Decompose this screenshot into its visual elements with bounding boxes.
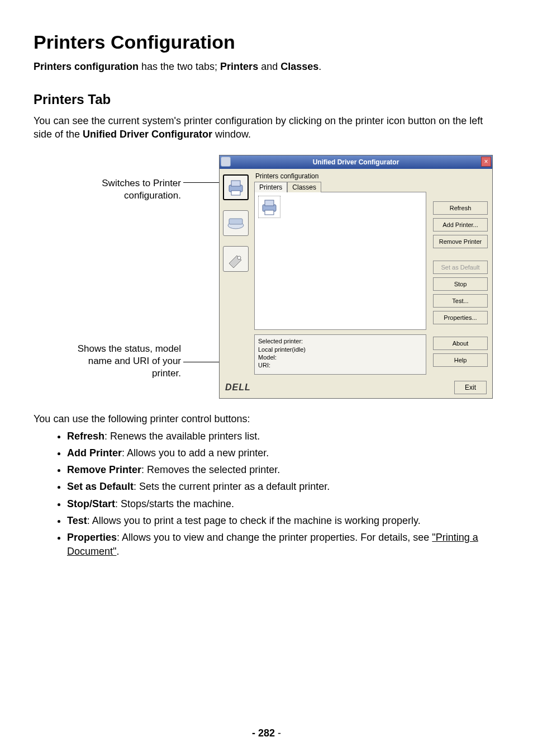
list-item: Properties: Allows you to view and chang… [67, 531, 499, 558]
sidebar-scanners-button[interactable] [223, 210, 249, 236]
list-item: Stop/Start: Stops/starts the machine. [67, 497, 499, 511]
leader-line [183, 182, 221, 183]
configurator-window: Unified Driver Configurator × [219, 155, 493, 399]
callout-switches: Switches to Printer configuration. [57, 177, 181, 202]
set-default-button[interactable]: Set as Default [433, 261, 488, 274]
test-button[interactable]: Test... [433, 294, 488, 308]
list-item: Test: Allows you to print a test page to… [67, 514, 499, 527]
subheading: Printers Tab [34, 92, 499, 107]
action-buttons: Refresh Add Printer... Remove Printer Se… [430, 169, 492, 377]
window-footer: DELL Exit [220, 377, 492, 398]
scanner-icon [226, 213, 246, 233]
window-icon [221, 157, 231, 167]
sidebar-printers-button[interactable] [223, 174, 249, 200]
window-title: Unified Driver Configurator [313, 158, 399, 166]
help-button[interactable]: Help [433, 353, 488, 367]
refresh-button[interactable]: Refresh [433, 201, 488, 215]
main-panel: Printers configuration Printers Classes [252, 169, 430, 377]
status-panel: Selected printer: Local printer(idle) Mo… [254, 334, 426, 374]
exit-button[interactable]: Exit [454, 381, 487, 394]
svg-rect-2 [231, 191, 240, 195]
printer-list-area[interactable] [254, 192, 426, 330]
intro-text: Printers configuration has the two tabs;… [34, 61, 499, 73]
page-number: - 282 - [0, 727, 533, 739]
svg-rect-8 [265, 210, 274, 215]
svg-rect-4 [229, 219, 242, 224]
tab-classes[interactable]: Classes [287, 182, 321, 192]
stop-button[interactable]: Stop [433, 277, 488, 291]
tab-strip: Printers Classes [254, 181, 426, 192]
annotated-screenshot: Switches to Printer configuration. Shows… [57, 155, 476, 400]
port-icon [226, 249, 246, 269]
printer-item[interactable] [258, 196, 280, 218]
remove-printer-button[interactable]: Remove Printer [433, 235, 488, 248]
list-item: Remove Printer: Removes the selected pri… [67, 463, 499, 476]
list-item: Set as Default: Sets the current printer… [67, 480, 499, 493]
about-button[interactable]: About [433, 337, 488, 350]
printer-icon [259, 197, 279, 217]
window-titlebar[interactable]: Unified Driver Configurator × [220, 155, 492, 169]
properties-button[interactable]: Properties... [433, 311, 488, 324]
callout-status: Shows the status, model name and URI of … [57, 343, 181, 380]
sidebar-ports-button[interactable] [223, 246, 249, 272]
svg-point-5 [237, 256, 241, 259]
page-title: Printers Configuration [34, 31, 499, 53]
control-button-list: Refresh: Renews the available printers l… [34, 429, 499, 558]
category-sidebar [220, 169, 252, 377]
control-intro: You can use the following printer contro… [34, 413, 499, 425]
list-item: Refresh: Renews the available printers l… [67, 429, 499, 443]
list-item: Add Printer: Allows you to add a new pri… [67, 446, 499, 460]
svg-rect-1 [231, 181, 240, 186]
svg-rect-7 [265, 200, 274, 206]
section-label: Printers configuration [255, 172, 426, 180]
printer-icon [226, 177, 246, 197]
dell-logo: DELL [225, 382, 251, 393]
close-icon[interactable]: × [481, 157, 491, 167]
tab-printers[interactable]: Printers [254, 182, 287, 192]
add-printer-button[interactable]: Add Printer... [433, 218, 488, 231]
section-desc: You can see the current system's printer… [34, 114, 499, 141]
